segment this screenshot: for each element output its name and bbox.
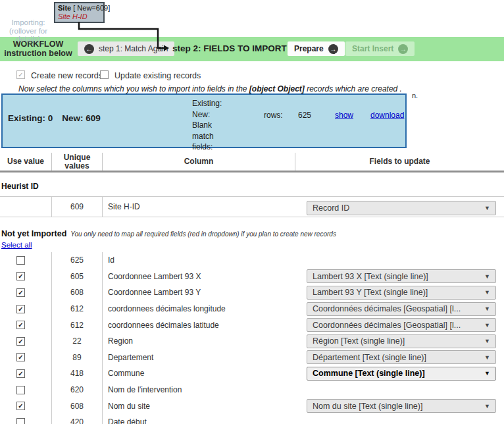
field-select-value: Lambert 93 X [Text (single line)] — [313, 272, 428, 281]
field-select[interactable]: Coordonnées décimales [Geospatial] [l...… — [307, 302, 496, 316]
chevron-down-icon: ▼ — [484, 338, 490, 344]
update-existing-records-checkbox[interactable] — [100, 70, 109, 79]
summary-column-labels: Existing: New: Blank match fields: — [192, 98, 230, 153]
column-name: coordonnees décimales longitude — [102, 301, 295, 317]
chevron-down-icon: ▼ — [484, 370, 490, 377]
field-select[interactable]: Coordonnées décimales [Geospatial] [l...… — [307, 318, 496, 332]
table-row: ✓ 22 Region Région [Text (single line)] … — [0, 333, 504, 350]
field-cell: Lambert 93 Y [Text (single line)] ▼ — [295, 284, 504, 301]
field-cell: Lambert 93 X [Text (single line)] ▼ — [295, 269, 504, 285]
row-checkbox-cell: ✓ — [0, 284, 51, 301]
row-checkbox[interactable]: ✓ — [16, 402, 25, 410]
not-yet-imported-label: Not yet Imported — [1, 229, 66, 238]
heurist-column-name: Site H-ID — [102, 197, 295, 217]
row-checkbox-cell: ✓ — [0, 333, 51, 350]
field-select[interactable]: Nom du site [Text (single line)] ▼ — [307, 399, 496, 413]
chevron-down-icon: ▼ — [484, 305, 490, 312]
header-use-value: Use value — [0, 153, 51, 171]
heurist-field-cell: Record ID ▼ — [295, 197, 504, 217]
row-checkbox[interactable]: ✓ — [16, 272, 25, 280]
table-row: ✓ 608 Coordonnee Lambert 93 Y Lambert 93… — [0, 284, 504, 301]
field-select-value: Nom du site [Text (single line)] — [313, 402, 422, 411]
row-checkbox-cell: ✓ — [0, 317, 51, 333]
row-checkbox[interactable]: ✓ — [16, 353, 25, 361]
tooltip-count: [ New=609] — [71, 4, 110, 12]
column-name: Region — [102, 333, 295, 350]
create-new-records-checkbox[interactable]: ✓ — [16, 70, 25, 79]
workflow-title-line2: instruction below — [1, 49, 75, 58]
table-row: ✓ 612 coordonnees décimales latitude Coo… — [0, 317, 504, 333]
forward-circle-icon: → — [328, 44, 338, 54]
row-checkbox[interactable]: ✓ — [16, 337, 25, 346]
existing-label: Existing: — [192, 98, 230, 109]
table-row: 625 Id — [0, 252, 504, 269]
field-select[interactable]: Lambert 93 Y [Text (single line)] ▼ — [307, 286, 496, 300]
instruction-text: Now select the columns which you wish to… — [18, 84, 402, 93]
column-name: Nom de l'intervention — [102, 382, 295, 398]
row-checkbox[interactable]: ✓ — [16, 321, 25, 329]
instruction-suffix: records which are created . — [305, 84, 402, 93]
row-checkbox-cell: ✓ — [0, 301, 51, 317]
column-name: Id — [102, 252, 295, 269]
column-name: Coordonnee Lambert 93 Y — [102, 284, 295, 301]
chevron-down-icon: ▼ — [484, 273, 490, 280]
row-checkbox[interactable] — [16, 418, 25, 424]
row-checkbox[interactable]: ✓ — [16, 305, 25, 313]
importing-line2: (rollover for — [0, 27, 57, 36]
field-cell: Nom du site [Text (single line)] ▼ — [295, 398, 504, 414]
start-insert-button-disabled[interactable]: Start Insert → — [345, 41, 415, 56]
row-checkbox[interactable]: ✓ — [16, 288, 25, 297]
tooltip-field: Site H-ID — [58, 13, 101, 21]
column-name: Nom du site — [102, 398, 295, 414]
chevron-down-icon: ▼ — [484, 322, 490, 329]
create-new-records-label: Create new records — [31, 71, 103, 80]
prepare-label: Prepare — [294, 44, 324, 53]
importing-line1: Importing: — [0, 18, 57, 27]
existing-count: Existing: 0 — [8, 113, 53, 123]
unique-values-count: 420 — [51, 414, 102, 424]
unique-values-count: 620 — [51, 382, 102, 398]
record-type-tooltip: Site [ New=609] Site H-ID — [54, 2, 105, 23]
importing-line3: details) — [0, 35, 57, 43]
row-checkbox-cell: ✓ — [0, 269, 51, 285]
field-cell — [295, 414, 504, 424]
column-name: Commune — [102, 365, 295, 382]
new-label: New: — [192, 109, 230, 120]
unique-values-count: 605 — [51, 269, 102, 285]
table-row: 620 Nom de l'intervention — [0, 382, 504, 398]
field-select[interactable]: Commune [Text (single line)] ▼ — [307, 367, 496, 381]
instruction-prefix: Now select the columns which you wish to… — [18, 84, 249, 93]
clipped-text-fragment: n. — [412, 92, 418, 99]
field-select-value: Lambert 93 Y [Text (single line)] — [313, 288, 428, 297]
start-insert-label: Start Insert — [352, 44, 393, 53]
field-cell: Région [Text (single line)] ▼ — [295, 333, 504, 350]
field-cell: Commune [Text (single line)] ▼ — [295, 365, 504, 382]
field-select[interactable]: Département [Text (single line)] ▼ — [307, 350, 496, 364]
column-name: Coordonnee Lambert 93 X — [102, 269, 295, 285]
mapping-table-header: Use value Unique values Column Fields to… — [0, 153, 504, 172]
rows-label: rows: — [264, 111, 283, 120]
instruction-object: [object Object] — [249, 84, 305, 93]
row-checkbox[interactable] — [16, 256, 25, 265]
row-checkbox-cell — [0, 382, 51, 398]
show-link[interactable]: show — [335, 111, 353, 120]
field-select[interactable]: Lambert 93 X [Text (single line)] ▼ — [307, 269, 496, 283]
summary-counts: Existing: 0New: 609 — [8, 113, 110, 123]
field-select[interactable]: Région [Text (single line)] ▼ — [307, 334, 496, 348]
select-all-link[interactable]: Select all — [1, 241, 32, 249]
unique-values-count: 22 — [51, 333, 102, 350]
download-link[interactable]: download — [370, 111, 404, 120]
row-checkbox[interactable]: ✓ — [16, 369, 25, 378]
prepare-button[interactable]: Prepare → — [288, 41, 345, 56]
column-name: Departement — [102, 350, 295, 366]
heurist-field-select[interactable]: Record ID ▼ — [307, 201, 496, 215]
field-select-value: Commune [Text (single line)] — [313, 369, 425, 378]
tooltip-record-type: Site — [58, 4, 71, 12]
row-checkbox[interactable] — [16, 386, 25, 394]
new-count: New: 609 — [62, 113, 101, 123]
step1-match-again-button[interactable]: ← step 1: Match Again — [78, 41, 174, 56]
mapping-rows: 625 Id ✓ 605 Coordonnee Lambert 93 X Lam… — [0, 252, 504, 424]
field-select-value: Coordonnées décimales [Geospatial] [l... — [313, 321, 461, 330]
field-select-value: Département [Text (single line)] — [313, 353, 426, 362]
table-row: 420 Date début — [0, 414, 504, 424]
